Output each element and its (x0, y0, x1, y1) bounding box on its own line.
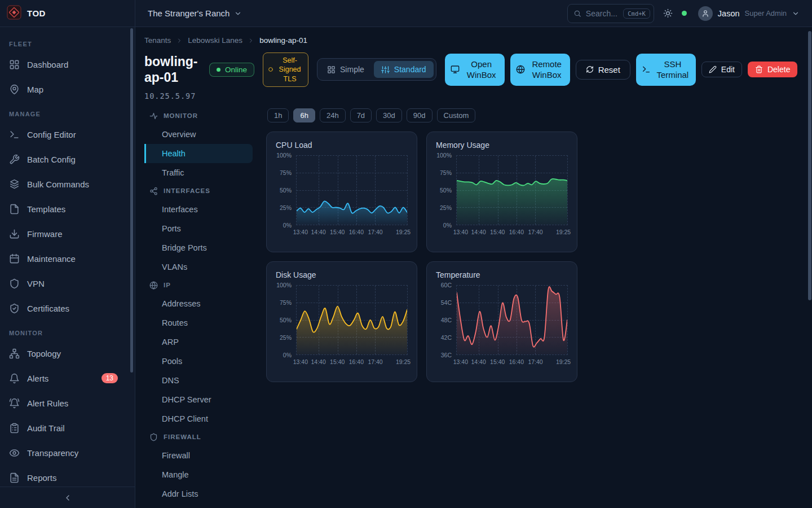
chevron-right-icon (248, 37, 254, 44)
x-axis-labels: 13:4014:4015:4016:4017:4019:25 (296, 358, 408, 366)
sliders-icon (381, 65, 390, 74)
globe-icon (149, 281, 158, 290)
subnav-group-interfaces: Interfaces (144, 182, 253, 200)
range-90d[interactable]: 90d (407, 108, 433, 122)
sidebar-section-title: Monitor (0, 321, 135, 341)
subnav-item-traffic[interactable]: Traffic (144, 163, 253, 182)
range-7d[interactable]: 7d (350, 108, 372, 122)
sidebar-item-certificates[interactable]: Certificates (0, 296, 135, 321)
subnav-item-addr-lists[interactable]: Addr Lists (144, 484, 253, 503)
brand: TOD (0, 0, 135, 27)
view-mode-simple[interactable]: Simple (320, 61, 372, 78)
chart-card-cpu-load: CPU Load 0%25%50%75%100% 13:4014:4015:4 (266, 132, 417, 252)
refresh-icon (586, 65, 594, 73)
range-6h[interactable]: 6h (293, 108, 315, 122)
sidebar-item-reports[interactable]: Reports (0, 465, 135, 487)
sidebar-item-config-editor[interactable]: Config Editor (0, 122, 135, 147)
user-menu[interactable]: Jason Super Admin (695, 6, 803, 21)
breadcrumb-tenant-name[interactable]: Lebowski Lanes (188, 36, 242, 45)
sidebar-section-title: Manage (0, 102, 135, 122)
subnav-item-dns[interactable]: DNS (144, 371, 253, 390)
chevron-down-icon (792, 10, 800, 17)
chart-title: Disk Usage (276, 270, 408, 279)
y-axis-labels: 0%25%50%75%100% (276, 155, 296, 225)
reset-button[interactable]: Reset (576, 60, 630, 80)
open-winbox-button[interactable]: Open WinBox (445, 54, 505, 86)
tenant-selector[interactable]: The Stranger's Ranch (144, 8, 245, 19)
wrench-icon (9, 154, 20, 165)
sidebar-item-topology[interactable]: Topology (0, 341, 135, 366)
sidebar-item-vpn[interactable]: VPN (0, 271, 135, 296)
edit-button[interactable]: Edit (701, 62, 742, 77)
remote-winbox-button[interactable]: Remote WinBox (510, 54, 570, 86)
calendar-icon (9, 253, 20, 264)
chart-title: Memory Usage (436, 141, 568, 150)
subnav-item-mangle[interactable]: Mangle (144, 465, 253, 484)
delete-button[interactable]: Delete (748, 62, 797, 77)
subnav-item-health[interactable]: Health (144, 144, 253, 163)
subnav-item-conntrack[interactable]: ConnTrack (144, 503, 253, 508)
monitor-icon (451, 65, 460, 74)
sidebar-item-audit-trail[interactable]: Audit Trail (0, 415, 135, 440)
pencil-icon (709, 65, 717, 73)
subnav-item-dhcp-server[interactable]: DHCP Server (144, 390, 253, 409)
subnav-item-arp[interactable]: ARP (144, 332, 253, 352)
sidebar-item-transparency[interactable]: Transparency (0, 440, 135, 465)
range-custom[interactable]: Custom (437, 108, 476, 122)
subnav-item-bridge-ports[interactable]: Bridge Ports (144, 238, 253, 257)
search-input[interactable]: Search... Cmd+K (567, 4, 654, 23)
x-axis-labels: 13:4014:4015:4016:4017:4019:25 (296, 229, 408, 237)
terminal-icon (9, 129, 20, 140)
search-placeholder: Search... (586, 9, 617, 18)
layers-icon (9, 179, 20, 190)
chevron-left-icon (63, 493, 72, 502)
subnav-item-firewall[interactable]: Firewall (144, 446, 253, 465)
view-mode-standard[interactable]: Standard (374, 61, 434, 78)
sidebar-item-templates[interactable]: Templates (0, 196, 135, 221)
sun-icon (663, 8, 673, 18)
sidebar-item-bulk-commands[interactable]: Bulk Commands (0, 172, 135, 196)
sidebar-collapse-button[interactable] (60, 493, 76, 503)
range-1h[interactable]: 1h (267, 108, 289, 122)
subnav-item-pools[interactable]: Pools (144, 352, 253, 371)
sidebar: Fleet Dashboard Map Manage Config Editor… (0, 27, 135, 508)
cpu-load-plot (296, 155, 408, 225)
subnav-item-ports[interactable]: Ports (144, 219, 253, 238)
shield-icon (9, 278, 20, 289)
device-ip: 10.25.5.97 (144, 91, 803, 100)
sidebar-item-maintenance[interactable]: Maintenance (0, 246, 135, 271)
range-30d[interactable]: 30d (376, 108, 402, 122)
device-subnav: Monitor OverviewHealthTraffic Interfaces… (144, 107, 253, 508)
subnav-item-interfaces[interactable]: Interfaces (144, 200, 253, 219)
sidebar-item-alert-rules[interactable]: Alert Rules (0, 391, 135, 415)
ssh-terminal-button[interactable]: SSH Terminal (636, 54, 696, 86)
charts-section: 1h6h24h7d30d90dCustom CPU Load 0%25%50%7… (253, 107, 803, 508)
app-logo (7, 5, 21, 22)
dashboard-icon (9, 59, 20, 70)
disk-usage-plot (296, 285, 408, 355)
bell-icon (9, 373, 20, 384)
subnav-item-vlans[interactable]: VLANs (144, 257, 253, 277)
range-24h[interactable]: 24h (320, 108, 346, 122)
chevron-right-icon (176, 37, 183, 44)
breadcrumb-tenants[interactable]: Tenants (144, 36, 171, 45)
subnav-item-dhcp-client[interactable]: DHCP Client (144, 409, 253, 428)
sidebar-item-dashboard[interactable]: Dashboard (0, 52, 135, 77)
x-axis-labels: 13:4014:4015:4016:4017:4019:25 (456, 229, 568, 237)
download-icon (9, 229, 20, 239)
subnav-item-addresses[interactable]: Addresses (144, 294, 253, 313)
trash-icon (755, 65, 763, 73)
sidebar-item-firmware[interactable]: Firmware (0, 221, 135, 246)
subnav-item-routes[interactable]: Routes (144, 313, 253, 332)
search-icon (573, 10, 581, 17)
sidebar-item-map[interactable]: Map (0, 77, 135, 102)
main-scrollbar[interactable] (808, 31, 811, 300)
subnav-item-overview[interactable]: Overview (144, 125, 253, 144)
sidebar-item-batch-config[interactable]: Batch Config (0, 147, 135, 172)
theme-toggle-button[interactable] (662, 7, 674, 19)
network-icon (9, 348, 20, 359)
subnav-group-ip: IP (144, 277, 253, 294)
sidebar-item-alerts[interactable]: Alerts 13 (0, 366, 135, 391)
status-badge: Online (209, 63, 254, 77)
sidebar-scrollbar[interactable] (130, 28, 133, 373)
